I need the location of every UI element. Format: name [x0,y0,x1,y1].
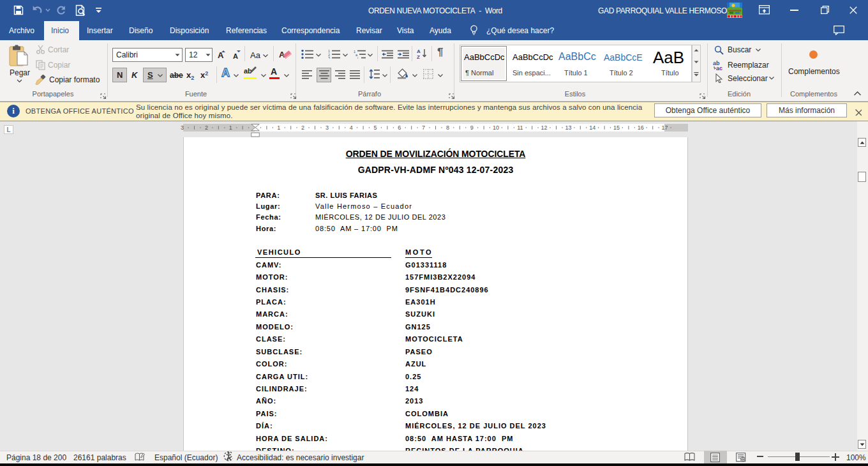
svg-text:A: A [417,49,421,54]
svg-text:Z: Z [417,54,420,59]
svg-text:3: 3 [328,56,330,59]
svg-text:ac: ac [716,65,722,71]
svg-text:i: i [357,56,358,59]
